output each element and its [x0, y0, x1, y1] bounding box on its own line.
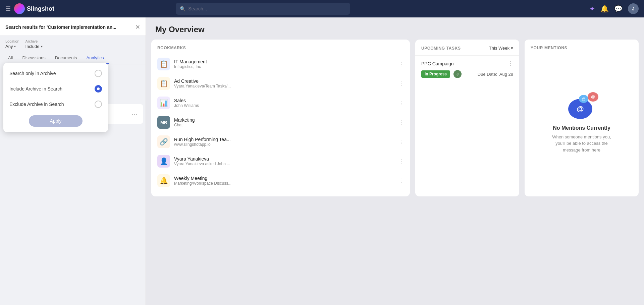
bookmark-sales-sub: John Williams — [174, 103, 394, 108]
mentions-panel: YOUR MENTIONS @ @ @ No Mentions Currentl… — [525, 40, 639, 196]
task-status-row: In Progress J Due Date: Aug 28 — [421, 70, 513, 78]
hamburger-icon[interactable]: ☰ — [5, 5, 11, 12]
archive-filter[interactable]: Archive Include ▾ — [25, 39, 43, 49]
search-icon: 🔍 — [180, 6, 185, 11]
bookmark-sales-name: Sales — [174, 98, 394, 103]
status-badge: In Progress — [421, 70, 450, 78]
bookmark-marketing-icon: MR — [157, 116, 170, 129]
tasks-week-label: This Week — [489, 46, 509, 51]
workspace-more-icon[interactable]: ⋯ — [131, 110, 138, 118]
bookmark-run-high-performing-texts: Run High Performing Tea... www.slingshot… — [174, 137, 394, 147]
avatar[interactable]: J — [628, 3, 639, 14]
bookmark-vyara-texts: Vyara Yanakieva Vyara Yanakieva asked Jo… — [174, 156, 394, 166]
bookmark-marketing-name: Marketing — [174, 117, 394, 123]
bookmark-weekly-meeting-sub: Marketing/Workspace Discuss... — [174, 181, 394, 186]
task-dots-icon[interactable]: ⋮ — [508, 60, 513, 67]
tab-all[interactable]: All — [3, 52, 17, 64]
close-icon[interactable]: ✕ — [135, 23, 140, 31]
location-filter[interactable]: Location Any ▾ — [5, 39, 19, 49]
option-include-archive-radio[interactable] — [95, 85, 102, 93]
topnav-right: ✦ 🔔 💬 J — [589, 3, 639, 14]
option-include-archive[interactable]: Include Archive in Search — [3, 81, 108, 97]
mentions-empty: @ @ @ No Mentions Currently When someone… — [525, 55, 639, 190]
archive-label: Archive — [25, 39, 43, 43]
bookmark-weekly-meeting-icon: 🔔 — [157, 174, 170, 187]
bookmark-ad-creative-dots[interactable]: ⋮ — [398, 80, 404, 87]
logo-wrap: Slingshot — [14, 3, 54, 14]
search-results-title: Search results for 'Customer Implementat… — [5, 24, 135, 30]
bookmark-it-management[interactable]: 📋 IT Management Infragistics, Inc ⋮ — [151, 54, 410, 74]
bookmarks-panel: BOOKMARKS 📋 IT Management Infragistics, … — [151, 40, 410, 196]
search-header: Search results for 'Customer Implementat… — [0, 17, 146, 36]
location-value-wrap: Any ▾ — [5, 44, 19, 49]
bookmark-weekly-meeting[interactable]: 🔔 Weekly Meeting Marketing/Workspace Dis… — [151, 171, 410, 190]
mentions-empty-desc: When someone mentions you,you'll be able… — [552, 134, 611, 154]
bookmarks-header: BOOKMARKS — [151, 46, 410, 54]
filter-row: Location Any ▾ Archive Include ▾ — [0, 36, 146, 52]
option-exclude-archive[interactable]: Exclude Archive in Search — [3, 97, 108, 112]
bookmark-marketing-sub: Chat — [174, 123, 394, 127]
tabs-row: All Discussions Documents Analytics — [0, 52, 146, 64]
tasks-header: UPCOMING TASKS This Week ▾ — [415, 46, 519, 55]
task-due: Due Date: Aug 28 — [478, 72, 513, 77]
option-search-only-archive[interactable]: Search only in Archive — [3, 66, 108, 81]
bookmark-it-management-name: IT Management — [174, 59, 394, 64]
bookmark-vyara-sub: Vyara Yanakieva asked John ... — [174, 162, 394, 166]
bookmark-vyara-icon: 👤 — [157, 155, 170, 168]
option-include-archive-label: Include Archive in Search — [9, 86, 62, 92]
logo-icon — [14, 3, 25, 14]
archive-dropdown: Search only in Archive Include Archive i… — [3, 63, 108, 132]
archive-chevron-icon: ▾ — [41, 45, 43, 48]
bookmark-it-management-icon: 📋 — [157, 58, 170, 70]
tasks-panel: UPCOMING TASKS This Week ▾ PPC Campaign … — [415, 40, 519, 196]
task-name: PPC Campaign — [421, 61, 454, 66]
bookmark-weekly-meeting-name: Weekly Meeting — [174, 176, 394, 181]
bookmark-it-management-dots[interactable]: ⋮ — [398, 61, 404, 67]
bookmark-sales-icon: 📊 — [157, 97, 170, 109]
bubble-small2-icon: @ — [579, 95, 588, 103]
mentions-illustration: @ @ @ — [565, 92, 598, 119]
overview-grid: BOOKMARKS 📋 IT Management Infragistics, … — [146, 40, 644, 202]
search-bar[interactable]: 🔍 — [176, 3, 350, 15]
option-search-only-archive-radio[interactable] — [95, 70, 102, 77]
bookmark-run-high-performing-name: Run High Performing Tea... — [174, 137, 394, 142]
tab-analytics[interactable]: Analytics — [82, 52, 109, 64]
location-value: Any — [5, 44, 13, 49]
bookmark-run-high-performing-icon: 🔗 — [157, 135, 170, 148]
option-exclude-archive-radio[interactable] — [95, 101, 102, 108]
bell-icon[interactable]: 🔔 — [600, 5, 609, 13]
tab-discussions[interactable]: Discussions — [17, 52, 50, 64]
task-avatar: J — [453, 70, 462, 78]
bookmark-ad-creative-sub: Vyara Yanakieva/Team Tasks/... — [174, 84, 394, 88]
bookmark-sales[interactable]: 📊 Sales John Williams ⋮ — [151, 93, 410, 113]
tasks-week-selector[interactable]: This Week ▾ — [489, 46, 513, 51]
chat-icon[interactable]: 💬 — [614, 5, 623, 13]
archive-value: Include — [25, 44, 40, 49]
location-label: Location — [5, 39, 19, 43]
bookmark-vyara-name: Vyara Yanakieva — [174, 156, 394, 162]
bookmark-weekly-meeting-texts: Weekly Meeting Marketing/Workspace Discu… — [174, 176, 394, 186]
bookmark-sales-dots[interactable]: ⋮ — [398, 100, 404, 106]
bookmark-run-high-performing-dots[interactable]: ⋮ — [398, 139, 404, 145]
bookmark-vyara[interactable]: 👤 Vyara Yanakieva Vyara Yanakieva asked … — [151, 151, 410, 171]
mentions-header: YOUR MENTIONS — [525, 46, 639, 55]
bookmark-ad-creative-icon: 📋 — [157, 77, 170, 90]
option-exclude-archive-label: Exclude Archive in Search — [9, 102, 64, 107]
sparkle-icon[interactable]: ✦ — [589, 5, 595, 13]
bookmark-ad-creative[interactable]: 📋 Ad Creative Vyara Yanakieva/Team Tasks… — [151, 74, 410, 93]
bookmark-vyara-dots[interactable]: ⋮ — [398, 158, 404, 165]
search-input[interactable] — [188, 6, 346, 11]
apply-button[interactable]: Apply — [29, 115, 83, 127]
bubble-small1-icon: @ — [588, 92, 598, 102]
bookmark-marketing-dots[interactable]: ⋮ — [398, 119, 404, 126]
logo-text: Slingshot — [27, 5, 54, 12]
tab-documents[interactable]: Documents — [50, 52, 82, 64]
location-chevron-icon: ▾ — [14, 45, 16, 48]
bookmark-marketing[interactable]: MR Marketing Chat ⋮ — [151, 113, 410, 132]
bookmark-ad-creative-name: Ad Creative — [174, 78, 394, 84]
bookmark-it-management-texts: IT Management Infragistics, Inc — [174, 59, 394, 69]
mentions-empty-title: No Mentions Currently — [553, 125, 610, 131]
bookmark-weekly-meeting-dots[interactable]: ⋮ — [398, 178, 404, 184]
bookmark-run-high-performing[interactable]: 🔗 Run High Performing Tea... www.slingsh… — [151, 132, 410, 151]
main-layout: Search results for 'Customer Implementat… — [0, 17, 644, 305]
